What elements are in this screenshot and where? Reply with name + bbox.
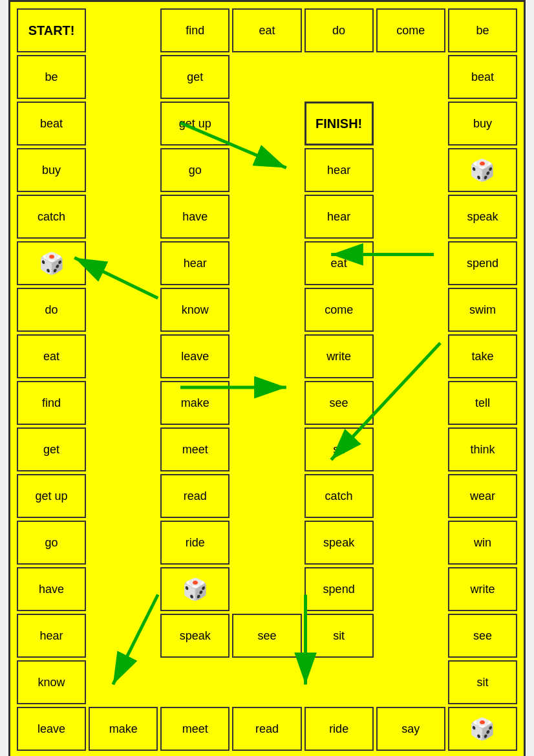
game-grid: START! find eat do come be be get beat b…	[17, 8, 517, 751]
cell-do-0: do	[304, 8, 374, 52]
cell-empty-12-3	[232, 567, 301, 611]
cell-empty-4-1	[89, 195, 158, 239]
cell-dice-3: 🎲	[448, 148, 517, 192]
cell-be-1: be	[17, 55, 86, 99]
cell-hear-4: hear	[304, 195, 374, 239]
cell-have-4: have	[160, 195, 230, 239]
cell-empty-0-1	[89, 8, 158, 52]
cell-be-0: be	[448, 8, 517, 52]
cell-write-7: write	[304, 334, 374, 378]
cell-empty-2-5	[376, 102, 445, 146]
cell-empty-13-5	[376, 614, 445, 658]
cell-read-15: read	[232, 707, 301, 751]
cell-empty-6-1	[89, 288, 158, 332]
cell-tell-8: tell	[448, 381, 517, 425]
cell-empty-11-5	[376, 521, 445, 565]
cell-empty-2-3	[232, 102, 301, 146]
cell-speak-4: speak	[448, 195, 517, 239]
cell-catch-10: catch	[304, 474, 374, 518]
cell-empty-5-1	[89, 241, 158, 285]
cell-dice-15: 🎲	[448, 707, 517, 751]
cell-swim-6: swim	[448, 288, 517, 332]
cell-empty-1-4	[304, 55, 374, 99]
cell-empty-3-3	[232, 148, 301, 192]
cell-buy-3: buy	[17, 148, 86, 192]
cell-ride-11: ride	[160, 521, 230, 565]
cell-getup-10: get up	[17, 474, 86, 518]
cell-empty-2-1	[89, 102, 158, 146]
cell-empty-14-3	[232, 660, 301, 704]
cell-win-11: win	[448, 521, 517, 565]
cell-come-6: come	[304, 288, 374, 332]
cell-empty-4-3	[232, 195, 301, 239]
cell-find-0: find	[160, 8, 230, 52]
cell-sit-14: sit	[448, 660, 517, 704]
cell-empty-3-1	[89, 148, 158, 192]
cell-finish: FINISH!	[304, 102, 374, 146]
cell-sit-9: sit	[304, 427, 374, 471]
cell-see-13: see	[232, 614, 301, 658]
cell-empty-7-3	[232, 334, 301, 378]
cell-have-12: have	[17, 567, 86, 611]
cell-find-8: find	[17, 381, 86, 425]
cell-spend-12: spend	[304, 567, 374, 611]
cell-hear-13: hear	[17, 614, 86, 658]
cell-dice-12: 🎲	[160, 567, 230, 611]
cell-go-3: go	[160, 148, 230, 192]
cell-empty-8-5	[376, 381, 445, 425]
cell-ride-15: ride	[304, 707, 374, 751]
cell-empty-14-5	[376, 660, 445, 704]
cell-eat-0: eat	[232, 8, 301, 52]
cell-empty-4-5	[376, 195, 445, 239]
cell-know-14: know	[17, 660, 86, 704]
cell-hear-5: hear	[160, 241, 230, 285]
board-container: START! find eat do come be be get beat b…	[8, 0, 526, 756]
cell-make-8: make	[160, 381, 230, 425]
cell-beat-2: beat	[17, 102, 86, 146]
cell-empty-10-3	[232, 474, 301, 518]
cell-wear-10: wear	[448, 474, 517, 518]
cell-say-15: say	[376, 707, 445, 751]
cell-empty-1-1	[89, 55, 158, 99]
cell-empty-8-1	[89, 381, 158, 425]
cell-empty-7-5	[376, 334, 445, 378]
cell-read-10: read	[160, 474, 230, 518]
cell-empty-3-5	[376, 148, 445, 192]
dice-icon-15: 🎲	[469, 717, 495, 741]
cell-dice-5: 🎲	[17, 241, 86, 285]
dice-icon-3: 🎲	[469, 158, 495, 182]
cell-empty-12-5	[376, 567, 445, 611]
cell-empty-14-1	[89, 660, 158, 704]
cell-empty-11-1	[89, 521, 158, 565]
cell-sit-13: sit	[304, 614, 374, 658]
cell-empty-1-3	[232, 55, 301, 99]
cell-empty-14-2	[160, 660, 230, 704]
cell-meet-15: meet	[160, 707, 230, 751]
cell-beat-1: beat	[448, 55, 517, 99]
cell-getup-2: get up	[160, 102, 230, 146]
cell-catch-4: catch	[17, 195, 86, 239]
cell-hear-3: hear	[304, 148, 374, 192]
cell-empty-9-3	[232, 427, 301, 471]
cell-empty-12-1	[89, 567, 158, 611]
cell-empty-5-5	[376, 241, 445, 285]
cell-empty-7-1	[89, 334, 158, 378]
cell-empty-8-3	[232, 381, 301, 425]
cell-empty-9-1	[89, 427, 158, 471]
cell-spend-5: spend	[448, 241, 517, 285]
cell-empty-6-5	[376, 288, 445, 332]
cell-buy-2: buy	[448, 102, 517, 146]
cell-go-11: go	[17, 521, 86, 565]
cell-empty-11-3	[232, 521, 301, 565]
cell-empty-14-4	[304, 660, 374, 704]
cell-make-15: make	[89, 707, 158, 751]
cell-take-7: take	[448, 334, 517, 378]
dice-icon-12: 🎲	[182, 577, 208, 601]
cell-start: START!	[17, 8, 86, 52]
cell-write-12: write	[448, 567, 517, 611]
cell-empty-6-3	[232, 288, 301, 332]
cell-come-0: come	[376, 8, 445, 52]
cell-do-6: do	[17, 288, 86, 332]
cell-speak-11: speak	[304, 521, 374, 565]
cell-leave-7: leave	[160, 334, 230, 378]
